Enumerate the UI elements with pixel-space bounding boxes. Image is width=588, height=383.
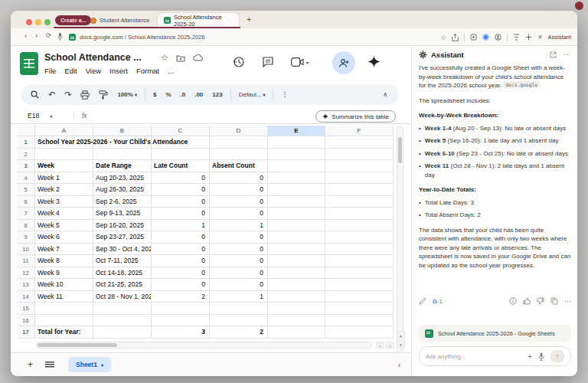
grid-cell[interactable]: 0 [152,255,210,267]
grid-cell[interactable]: 0 [210,267,268,280]
grid-cell[interactable] [325,255,394,267]
increase-decimal-button[interactable]: .00 [194,91,203,98]
grid-cell[interactable] [268,326,325,339]
row-header-7[interactable]: 7 [17,208,35,220]
close-side-panel-icon[interactable]: ✕ [537,34,542,41]
grid-cell[interactable]: Week 8 [35,255,93,267]
format-currency-button[interactable]: $ [153,91,156,98]
back-icon[interactable]: ‹ [24,31,27,40]
grid-cell[interactable]: Oct 21-25, 2025 [93,279,152,291]
grid-cell[interactable]: Oct 28 - Nov 1, 2025 [93,291,152,303]
collapse-panel-icon[interactable]: ‹ [398,361,400,369]
column-header-A[interactable]: A [35,126,93,136]
grid-cell[interactable]: 0 [210,231,268,244]
row-header-5[interactable]: 5 [17,184,35,196]
reload-icon[interactable]: ⟳ [46,31,51,39]
grid-cell[interactable] [210,315,268,327]
grid-cell[interactable]: Week 5 [35,220,93,232]
grid-cell[interactable]: 1 [152,220,210,232]
grid-cell[interactable]: Absent Count [210,160,268,172]
grid-cell[interactable] [35,315,93,327]
summarize-table-button[interactable]: Summarize this table [315,110,396,123]
grid-cell[interactable] [268,231,325,244]
cloud-status-icon[interactable] [193,54,203,61]
camera-dropdown-icon[interactable]: ▾ [306,60,309,65]
paint-format-icon[interactable] [99,90,108,100]
grid-cell[interactable] [93,315,152,327]
more-formats-button[interactable]: 123 [212,91,222,98]
grid-cell[interactable]: Sep 9-13, 2025 [93,208,152,220]
sheets-logo-icon[interactable] [20,52,38,75]
send-button[interactable]: ↑ [550,350,564,362]
column-header-F[interactable]: F [325,126,394,136]
meet-camera-icon[interactable]: ▾ [291,57,309,67]
grid-cell[interactable]: Week 9 [35,267,93,280]
grid-cell[interactable]: 2 [152,291,210,303]
grid-cell[interactable] [268,291,325,303]
row-header-1[interactable]: 1 [17,136,35,149]
menu-item-format[interactable]: Format [136,67,159,75]
scroll-up-button[interactable]: ▴ [397,331,405,339]
grid-cell[interactable] [268,315,325,327]
grid-cell[interactable] [268,244,325,256]
row-header-2[interactable]: 2 [17,149,35,161]
grid-cell[interactable] [35,303,93,315]
grid-cell[interactable] [210,136,268,149]
more-toolbar-icon[interactable]: ⋮ [281,91,288,98]
grid-cell[interactable] [93,326,152,339]
extension-icon[interactable] [470,34,477,41]
menu-item-[interactable]: ... [168,67,174,75]
grid-cell[interactable]: Week 6 [35,231,93,244]
toolbar-search-icon[interactable] [31,90,39,99]
grid-cell[interactable]: 0 [152,267,210,280]
grid-cell[interactable]: Sep 16-20, 2025 [93,220,152,232]
grid-cell[interactable]: 1 [210,291,268,303]
grid-cell[interactable] [325,220,394,232]
grid-cell[interactable] [268,196,325,208]
grid-cell[interactable] [325,326,394,339]
move-folder-icon[interactable] [176,54,185,62]
grid-cell[interactable]: 0 [210,255,268,267]
window-close-button[interactable] [26,19,32,25]
grid-cell[interactable]: Date Range [93,160,152,172]
grid-cell[interactable] [325,315,394,327]
vertical-scrollbar[interactable] [397,126,403,352]
grid-cell[interactable]: 3 [152,326,210,339]
url-text[interactable]: docs.google.com / School Attendance 2025… [80,34,204,41]
grid-cell[interactable] [268,303,325,315]
format-percent-button[interactable]: % [165,91,171,98]
new-tab-button[interactable]: + [247,15,251,24]
grid-cell[interactable]: Week 7 [35,244,93,256]
column-header-B[interactable]: B [93,126,152,136]
menu-item-view[interactable]: View [86,67,101,75]
grid-cell[interactable]: 0 [152,244,210,256]
grid-cell[interactable] [325,303,394,315]
grid-cell[interactable]: 0 [210,279,268,291]
grid-cell[interactable] [268,255,325,267]
h-scroll-thumb[interactable] [38,343,117,347]
row-header-17[interactable]: 17 [17,326,35,339]
grid-cell[interactable]: 1 [210,220,268,232]
grid-cell[interactable] [93,149,152,161]
voice-mic-icon[interactable] [538,352,544,361]
grid-cell[interactable] [152,303,210,315]
grid-cell[interactable] [325,136,394,149]
grid-cell[interactable]: 0 [152,279,210,291]
grid-cell[interactable]: 0 [210,208,268,220]
scroll-left-button[interactable]: ‹ [376,342,384,349]
tab-school-attendance[interactable]: School Attendance 2025-20 [158,13,239,28]
undo-icon[interactable]: ↶ [48,90,55,99]
source-card[interactable]: School Attendance 2025-2026 - Google She… [419,325,571,342]
tab-group-label[interactable]: Create a... [55,15,91,25]
row-header-9[interactable]: 9 [17,231,35,244]
grid-cell[interactable]: Sep 30 - Oct 4, 2025 [93,244,152,256]
document-title[interactable]: School Attendance ... [44,52,142,63]
grid-cell[interactable] [325,279,394,291]
assistant-more-icon[interactable]: ⋯ [564,51,570,58]
grid-cell[interactable]: 0 [210,184,268,196]
gemini-sparkle-icon[interactable] [368,55,381,68]
grid-cell[interactable]: Total for Year: [35,326,93,339]
grid-cell[interactable]: Week 2 [35,184,93,196]
scroll-down-button[interactable]: ▾ [397,340,405,348]
grid-cell[interactable] [268,220,325,232]
